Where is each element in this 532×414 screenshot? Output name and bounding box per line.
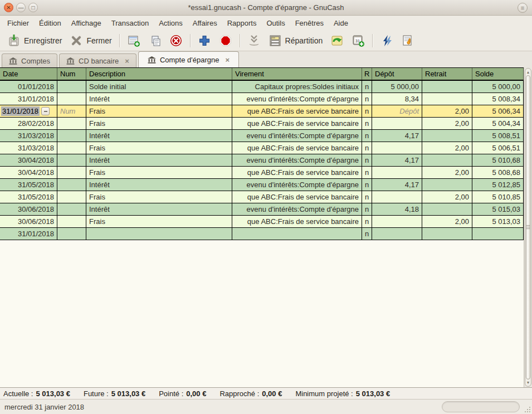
col-header-retrait[interactable]: Retrait <box>422 68 472 80</box>
cell-reconcile[interactable]: n <box>362 142 372 154</box>
cell-solde[interactable]: 5 008,34 <box>472 93 524 105</box>
cell-retrait[interactable]: 2,00 <box>422 167 472 178</box>
cell-virement[interactable] <box>232 228 362 240</box>
menu-affichage[interactable]: Affichage <box>66 17 106 30</box>
cell-date[interactable]: 31/05/2018 <box>0 191 57 203</box>
cell-depot[interactable] <box>372 191 422 203</box>
date-picker-button[interactable] <box>41 107 50 115</box>
cell-depot[interactable]: 4,17 <box>372 154 422 166</box>
cell-description[interactable]: Intérêt <box>86 130 232 142</box>
cell-retrait[interactable] <box>422 93 472 105</box>
table-row[interactable]: 28/02/2018 Frais que ABC:Frais de servic… <box>0 118 524 130</box>
table-row-blank[interactable]: 31/01/2018 n <box>0 228 524 240</box>
transfer-button[interactable] <box>328 32 346 49</box>
cell-date[interactable]: 28/02/2018 <box>0 118 57 129</box>
col-header-r[interactable]: R <box>362 68 372 80</box>
menu-edition[interactable]: Édition <box>34 17 66 30</box>
new-transaction-button[interactable] <box>124 32 143 49</box>
duplicate-transaction-button[interactable] <box>145 32 164 49</box>
cell-depot[interactable] <box>372 142 422 154</box>
cell-virement[interactable]: que ABC:Frais de service bancaire <box>232 142 362 154</box>
cell-description[interactable]: Frais <box>86 191 232 203</box>
cell-solde[interactable]: 5 008,68 <box>472 167 524 178</box>
cell-date[interactable]: 31/05/2018 <box>0 179 57 191</box>
table-row[interactable]: 01/01/2018 Solde initial Capitaux propre… <box>0 81 524 93</box>
cell-description[interactable]: Frais <box>86 118 232 129</box>
cell-solde[interactable]: 5 010,68 <box>472 154 524 166</box>
cell-retrait[interactable] <box>422 228 472 240</box>
titlebar[interactable]: ✕ — □ *essai1.gnucash - Compte d'épargne… <box>0 0 532 16</box>
cell-solde[interactable] <box>472 228 524 240</box>
cell-description[interactable]: Frais <box>86 105 232 117</box>
menu-aide[interactable]: Aide <box>329 17 353 30</box>
cell-date[interactable]: 31/01/2018 <box>0 93 57 105</box>
cell-reconcile[interactable]: n <box>362 118 372 129</box>
window-minimize-button[interactable]: — <box>16 3 26 12</box>
schedule-button[interactable]: 31 <box>349 32 368 49</box>
delete-transaction-button[interactable] <box>167 32 186 49</box>
cell-num[interactable] <box>57 142 86 154</box>
cell-description[interactable]: Intérêt <box>86 154 232 166</box>
col-header-num[interactable]: Num <box>57 68 86 80</box>
cell-virement[interactable]: evenu d'intérêts:Compte d'épargne <box>232 179 362 191</box>
cell-description[interactable]: Intérêt <box>86 179 232 191</box>
col-header-date[interactable]: Date <box>0 68 57 80</box>
cell-reconcile[interactable]: n <box>362 179 372 191</box>
cell-reconcile[interactable]: n <box>362 154 372 166</box>
cell-num[interactable] <box>57 167 86 178</box>
cell-depot[interactable] <box>372 118 422 129</box>
menu-transaction[interactable]: Transaction <box>106 17 154 30</box>
cell-num[interactable] <box>57 130 86 142</box>
cell-description[interactable]: Frais <box>86 167 232 178</box>
cell-retrait[interactable]: 2,00 <box>422 118 472 129</box>
cell-date[interactable]: 30/06/2018 <box>0 203 57 215</box>
table-row[interactable]: 31/03/2018 Frais que ABC:Frais de servic… <box>0 142 524 154</box>
cell-depot[interactable] <box>372 216 422 227</box>
cell-reconcile[interactable]: n <box>362 81 372 92</box>
cell-retrait[interactable]: 2,00 <box>422 191 472 203</box>
table-row[interactable]: 31/03/2018 Intérêt evenu d'intérêts:Comp… <box>0 130 524 142</box>
cell-description[interactable]: Frais <box>86 216 232 227</box>
table-row[interactable]: 30/04/2018 Frais que ABC:Frais de servic… <box>0 167 524 179</box>
col-header-virement[interactable]: Virement <box>232 68 362 80</box>
cell-retrait[interactable]: 2,00 <box>422 216 472 227</box>
col-header-description[interactable]: Description <box>86 68 232 80</box>
enter-transaction-button[interactable] <box>195 32 214 49</box>
cell-description[interactable]: Frais <box>86 142 232 154</box>
cell-date[interactable]: 31/01/2018 <box>0 228 57 240</box>
window-menu-button[interactable]: ≡ <box>518 3 528 13</box>
cell-num[interactable] <box>57 179 86 191</box>
cell-solde[interactable]: 5 006,34 <box>472 105 524 117</box>
table-row[interactable]: 30/06/2018 Intérêt evenu d'intérêts:Comp… <box>0 203 524 216</box>
date-edit-cell[interactable]: 31/01/2018 <box>0 105 57 117</box>
window-maximize-button[interactable]: □ <box>28 3 38 12</box>
menu-outils[interactable]: Outils <box>261 17 290 30</box>
cell-date[interactable]: 30/06/2018 <box>0 216 57 227</box>
cell-date[interactable]: 30/04/2018 <box>0 167 57 178</box>
table-row[interactable]: 30/04/2018 Intérêt evenu d'intérêts:Comp… <box>0 154 524 167</box>
cell-reconcile[interactable]: n <box>362 167 372 178</box>
goto-blank-transaction-button[interactable] <box>245 32 263 49</box>
col-header-solde[interactable]: Solde <box>472 68 524 80</box>
cell-num[interactable] <box>57 228 86 240</box>
table-row[interactable]: 30/06/2018 Frais que ABC:Frais de servic… <box>0 216 524 228</box>
num-edit-cell[interactable]: Num <box>57 105 86 117</box>
tab-compte-epargne[interactable]: Compte d'épargne × <box>138 51 239 67</box>
cell-description[interactable]: Intérêt <box>86 203 232 215</box>
cell-reconcile[interactable]: n <box>362 216 372 227</box>
cell-retrait[interactable] <box>422 179 472 191</box>
scrollbar-track[interactable]: ▲ ▼ <box>525 68 531 387</box>
cell-description[interactable]: Intérêt <box>86 93 232 105</box>
cell-virement[interactable]: que ABC:Frais de service bancaire <box>232 118 362 129</box>
close-tab-button[interactable]: Fermer <box>67 32 114 49</box>
cell-retrait[interactable] <box>422 203 472 215</box>
cell-depot[interactable] <box>372 228 422 240</box>
vertical-scrollbar[interactable]: ▲ ▼ <box>524 67 532 387</box>
cell-reconcile[interactable]: n <box>362 228 372 240</box>
blotter-button[interactable] <box>398 32 417 49</box>
cell-depot[interactable]: 8,34 <box>372 93 422 105</box>
cell-depot[interactable]: 4,17 <box>372 130 422 142</box>
menu-fenetres[interactable]: Fenêtres <box>290 17 329 30</box>
date-edit-value[interactable]: 31/01/2018 <box>1 106 40 116</box>
cell-virement[interactable]: que ABC:Frais de service bancaire <box>232 167 362 178</box>
